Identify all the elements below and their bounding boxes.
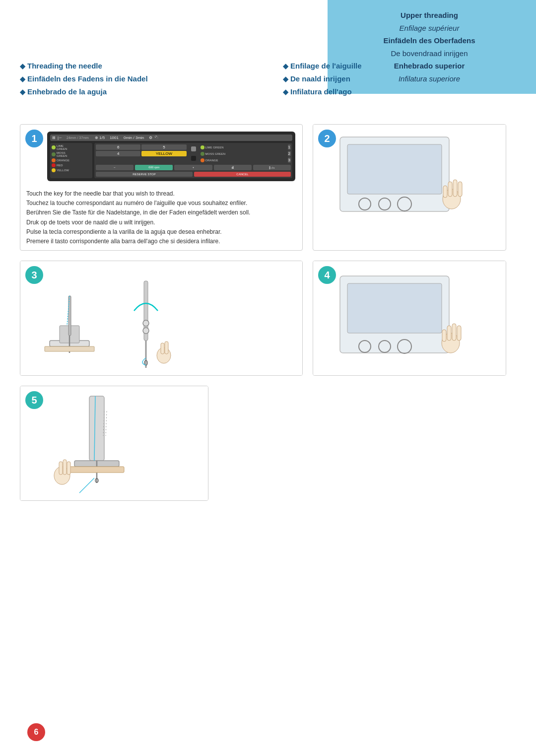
step-3-svg <box>30 266 293 370</box>
hand-threading <box>157 342 171 363</box>
needle-btn-yellow[interactable]: YELLOW <box>141 151 186 156</box>
step-4-circle: 4 <box>318 266 336 284</box>
right-num-3[interactable]: 3 <box>288 157 291 163</box>
color-yellow: YELLOW <box>52 168 91 172</box>
svg-rect-9 <box>443 186 447 198</box>
svg-rect-14 <box>45 346 94 351</box>
svg-rect-25 <box>347 283 442 333</box>
guide-1 <box>191 146 196 151</box>
svg-rect-38 <box>69 467 124 473</box>
desc-line-1: Touch the key for the needle bar that yo… <box>26 190 175 197</box>
desc-line-3: Berühren Sie die Taste für die Nadelstan… <box>26 209 250 216</box>
svg-rect-30 <box>447 326 451 341</box>
page-number: 6 <box>34 728 39 737</box>
btn-adjust[interactable]: ‖−/+ <box>253 165 291 170</box>
btn-speed[interactable]: 600 rpm <box>135 165 173 170</box>
machine-top-bar: ⊞ |← 24mm / 37mm ⊕ 1/5 1001 0min / 3min … <box>50 135 292 141</box>
btn-print[interactable]: 🖨 <box>214 165 252 170</box>
title-enhebrado: Enhebrado de la aguja <box>27 87 107 96</box>
svg-rect-31 <box>452 324 456 341</box>
color-row-3-right: ORANGE 3 <box>201 157 291 163</box>
needle-btn-6[interactable]: 6 <box>96 144 140 150</box>
step-5-circle: 5 <box>25 391 43 409</box>
machine-btn-row2: RESERVE STOP CANCEL <box>96 172 291 177</box>
desc-line-2: Touchez la touche correspondant au numér… <box>26 200 247 206</box>
step-5-svg <box>30 391 199 495</box>
header-line-2: Enfilage supérieur <box>400 24 460 32</box>
desc-line-5: Pulse la tecla correspondiente a la vari… <box>26 228 222 235</box>
guide-2 <box>191 156 196 161</box>
step-1-box: 1 ⊞ |← 24mm / 37mm ⊕ 1/5 1001 0min / 3mi… <box>20 124 303 251</box>
svg-rect-8 <box>458 182 462 197</box>
hand-thread-end <box>54 460 70 484</box>
step-2-box: 2 <box>313 124 506 251</box>
machine-btn-row: − 600 rpm + 🖨 ‖−/+ <box>96 165 291 170</box>
header-line-4: De bovendraad inrijgen <box>391 49 468 58</box>
svg-point-19 <box>143 320 149 326</box>
btn-reserve-stop[interactable]: RESERVE STOP <box>96 172 193 177</box>
svg-rect-6 <box>448 182 452 197</box>
svg-rect-41 <box>59 462 63 475</box>
machine-main-area: LIMEGREEN MOSSGREEN ORANGE <box>50 143 292 178</box>
needle-buttons-row: 6 5 4 YELLOW <box>96 144 291 163</box>
color-moss: MOSSGREEN <box>52 151 91 157</box>
desc-line-4: Druk op de toets voor de naald die u wil… <box>26 219 155 226</box>
section-titles: ◆Threading the needle ◆Einfädeln des Fad… <box>20 60 516 98</box>
step-3-illus <box>20 261 302 375</box>
needle-buttons-right: LIME GREEN 1 MOSS GREEN 2 <box>201 144 291 163</box>
needle-buttons-left: 6 5 4 YELLOW <box>96 144 187 163</box>
svg-rect-1 <box>347 144 442 194</box>
steps-row-1: 1 ⊞ |← 24mm / 37mm ⊕ 1/5 1001 0min / 3mi… <box>20 124 516 251</box>
needle-btn-5[interactable]: 5 <box>141 144 186 150</box>
right-num-2[interactable]: 2 <box>288 151 291 156</box>
step-2-svg <box>325 127 494 221</box>
header-line-1: Upper threading <box>401 11 458 19</box>
step-1-circle: 1 <box>25 130 43 147</box>
step-4-box: 4 <box>313 261 506 376</box>
needle-btn-4[interactable]: 4 <box>96 151 140 156</box>
color-red: RED <box>52 163 91 167</box>
desc-line-6: Premere il tasto corrispondente alla bar… <box>26 238 220 245</box>
svg-rect-32 <box>457 326 461 341</box>
step-2-circle: 2 <box>318 130 336 147</box>
machine-display: ⊞ |← 24mm / 37mm ⊕ 1/5 1001 0min / 3min … <box>47 132 295 181</box>
title-einfadeln: Einfädeln des Fadens in die Nadel <box>27 74 148 83</box>
svg-rect-7 <box>453 180 457 197</box>
step-3-box: 3 <box>20 261 303 376</box>
color-lime: LIMEGREEN <box>52 144 91 150</box>
title-infilatura: Infilatura dell'ago <box>290 87 352 96</box>
btn-cancel[interactable]: CANCEL <box>194 172 291 177</box>
svg-line-45 <box>106 411 107 436</box>
color-row-2-right: MOSS GREEN 2 <box>201 151 291 156</box>
svg-rect-34 <box>89 396 104 461</box>
steps-row-2: 3 <box>20 261 516 376</box>
svg-rect-33 <box>442 330 446 342</box>
step-4-illus <box>313 261 506 375</box>
needle-closeup <box>134 281 171 368</box>
step-5-illus <box>20 386 208 500</box>
svg-rect-42 <box>63 460 67 475</box>
step-4-svg <box>325 266 494 370</box>
page-number-badge: 6 <box>27 723 45 741</box>
right-num-1[interactable]: 1 <box>288 144 291 150</box>
svg-rect-43 <box>67 462 70 475</box>
step5-machine <box>54 396 124 493</box>
step-3-circle: 3 <box>25 266 43 284</box>
section-title-col2: ◆Enfilage de l'aiguille ◆De naald inrijg… <box>283 60 516 98</box>
title-threading-needle: Threading the needle <box>27 62 102 70</box>
btn-minus[interactable]: − <box>96 165 134 170</box>
header-line-3: Einfädeln des Oberfadens <box>383 36 475 45</box>
svg-rect-22 <box>161 343 164 354</box>
machine-left-panel: LIMEGREEN MOSSGREEN ORANGE <box>50 143 92 178</box>
grid-numbers: 6 5 4 YELLOW <box>96 144 187 156</box>
steps-area: 1 ⊞ |← 24mm / 37mm ⊕ 1/5 1001 0min / 3mi… <box>20 124 516 511</box>
thread-guides <box>189 144 199 163</box>
machine-right-panel: 6 5 4 YELLOW <box>94 143 292 178</box>
title-enfilage: Enfilage de l'aiguille <box>290 62 362 70</box>
step-5-box: 5 <box>20 386 208 501</box>
section-title-col1: ◆Threading the needle ◆Einfädeln des Fad… <box>20 60 253 98</box>
machine-foot-left <box>45 296 94 353</box>
svg-point-20 <box>143 328 149 334</box>
btn-plus[interactable]: + <box>174 165 212 170</box>
title-naald: De naald inrijgen <box>290 74 350 83</box>
